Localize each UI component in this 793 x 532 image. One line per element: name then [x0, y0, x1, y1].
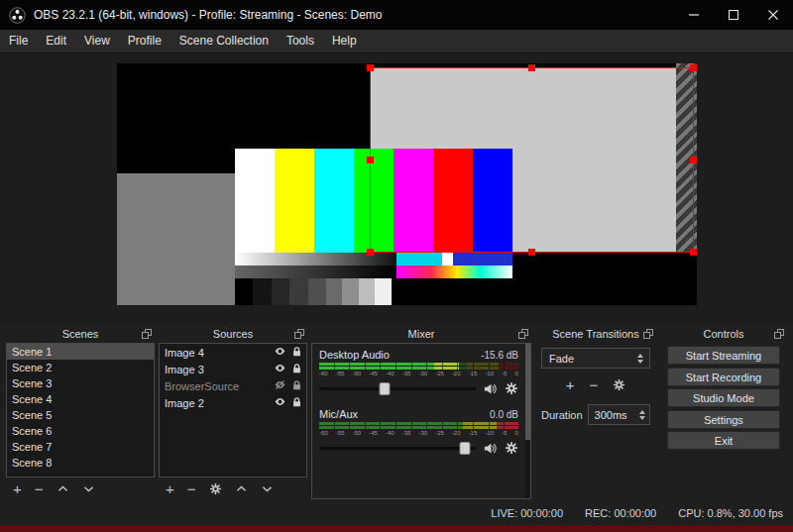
channel-level-db: -15.6 dB [481, 350, 518, 361]
remove-transition-button[interactable]: − [590, 377, 599, 392]
add-source-button[interactable]: + [166, 481, 174, 496]
scene-item[interactable]: Scene 5 [7, 407, 154, 423]
scene-item[interactable]: Scene 1 [7, 344, 154, 360]
selection-handle[interactable] [528, 64, 535, 71]
visibility-eye-off-icon[interactable] [274, 378, 286, 393]
spinbox-arrows-icon[interactable] [635, 410, 649, 420]
add-transition-button[interactable]: + [566, 377, 575, 392]
obs-logo-icon [9, 7, 26, 24]
selection-outline[interactable] [370, 67, 694, 253]
dock-float-icon[interactable] [142, 329, 152, 339]
transitions-panel-title: Scene Transitions [535, 325, 656, 343]
source-item[interactable]: Image 2 [160, 394, 306, 411]
source-name: Image 4 [165, 347, 274, 359]
duration-value[interactable]: 300ms [595, 409, 635, 421]
lock-icon[interactable] [291, 379, 302, 393]
selection-handle[interactable] [367, 157, 374, 163]
source-item[interactable]: Image 4 [160, 344, 306, 361]
speaker-icon [483, 381, 498, 396]
menu-scene-collection[interactable]: Scene Collection [170, 30, 278, 53]
window-title: OBS 23.2.1 (64-bit, windows) - Profile: … [34, 8, 382, 22]
lock-icon[interactable] [291, 396, 302, 410]
video-canvas[interactable] [117, 63, 697, 305]
dock-float-icon[interactable] [518, 329, 528, 339]
source-item[interactable]: Image 3 [160, 361, 306, 377]
statusbar: LIVE: 00:00:00 REC: 00:00:00 CPU: 0.8%, … [0, 501, 793, 525]
selection-handle[interactable] [690, 157, 697, 163]
visibility-eye-icon[interactable] [274, 395, 286, 410]
menu-edit[interactable]: Edit [37, 30, 75, 53]
menu-tools[interactable]: Tools [278, 30, 323, 53]
combo-arrows-icon[interactable] [633, 354, 647, 364]
source-name: BrowserSource [165, 380, 274, 392]
controls-panel: Controls Start Streaming Start Recording… [660, 325, 787, 499]
close-button[interactable] [753, 0, 793, 30]
scrollbar-thumb[interactable] [525, 344, 530, 440]
remove-source-button[interactable]: − [187, 481, 196, 496]
add-scene-button[interactable]: + [13, 481, 22, 496]
dock-float-icon[interactable] [774, 329, 784, 339]
volume-slider[interactable] [319, 387, 476, 390]
menu-help[interactable]: Help [323, 30, 366, 53]
source-gray-image[interactable] [117, 173, 235, 305]
remove-scene-button[interactable]: − [35, 481, 44, 496]
maximize-icon [729, 10, 738, 20]
move-scene-down-button[interactable] [82, 482, 95, 495]
lock-icon[interactable] [291, 346, 302, 360]
selection-handle[interactable] [528, 249, 535, 256]
start-streaming-button[interactable]: Start Streaming [667, 346, 780, 365]
channel-level-db: 0.0 dB [490, 409, 518, 420]
studio-mode-button[interactable]: Studio Mode [667, 388, 780, 407]
channel-settings-button[interactable] [505, 381, 518, 395]
minimize-button[interactable] [674, 0, 714, 30]
move-source-up-button[interactable] [235, 482, 248, 495]
mixer-scrollbar[interactable] [525, 344, 530, 498]
selection-handle[interactable] [367, 64, 374, 71]
scene-item[interactable]: Scene 4 [7, 391, 154, 407]
scene-item[interactable]: Scene 6 [7, 423, 154, 439]
sources-panel: Sources Image 4 Image 3 [159, 325, 307, 499]
move-scene-up-button[interactable] [57, 482, 69, 495]
mixer-channel-mic-aux: Mic/Aux 0.0 dB -60-55-50-45-40-35-30-25-… [319, 408, 518, 458]
speaker-mute-button[interactable] [483, 381, 498, 396]
dock-float-icon[interactable] [294, 329, 304, 339]
transition-select[interactable]: Fade [541, 348, 650, 369]
maximize-button[interactable] [714, 0, 753, 30]
selection-handle[interactable] [367, 249, 374, 256]
volume-slider-handle[interactable] [380, 382, 391, 395]
start-recording-button[interactable]: Start Recording [667, 368, 780, 386]
scenes-list: Scene 1 Scene 2 Scene 3 Scene 4 Scene 5 … [6, 343, 155, 478]
speaker-mute-button[interactable] [483, 441, 498, 456]
menu-profile[interactable]: Profile [119, 30, 170, 53]
close-icon [768, 10, 778, 20]
transition-toolbar: + − [541, 377, 650, 392]
scene-item[interactable]: Scene 7 [7, 439, 154, 455]
lock-icon[interactable] [291, 363, 302, 376]
scene-item[interactable]: Scene 8 [7, 455, 154, 471]
sources-panel-title: Sources [159, 325, 307, 343]
live-time: LIVE: 00:00:00 [491, 507, 563, 519]
mixer-channel-desktop-audio: Desktop Audio -15.6 dB -60-55-50-45-40-3… [319, 349, 518, 398]
visibility-eye-icon[interactable] [274, 362, 286, 376]
visibility-eye-icon[interactable] [274, 345, 286, 360]
channel-settings-button[interactable] [505, 441, 518, 455]
scene-item[interactable]: Scene 2 [7, 360, 154, 375]
menu-view[interactable]: View [75, 30, 119, 53]
mixer-panel: Mixer Desktop Audio -15.6 dB [311, 325, 531, 499]
selection-handle[interactable] [690, 64, 697, 71]
scene-item[interactable]: Scene 3 [7, 375, 154, 391]
preview-area [0, 53, 793, 323]
transition-properties-button[interactable] [613, 378, 625, 391]
volume-slider-handle[interactable] [459, 442, 470, 455]
volume-slider[interactable] [319, 447, 476, 450]
exit-button[interactable]: Exit [667, 431, 780, 450]
source-properties-button[interactable] [209, 482, 222, 495]
settings-button[interactable]: Settings [667, 410, 780, 429]
menu-file[interactable]: File [0, 30, 37, 53]
dock-float-icon[interactable] [643, 329, 653, 339]
source-item[interactable]: BrowserSource [160, 377, 306, 394]
selection-handle[interactable] [690, 249, 697, 256]
chevron-up-icon [235, 482, 248, 495]
duration-spinbox[interactable]: 300ms [588, 404, 650, 425]
move-source-down-button[interactable] [261, 482, 274, 495]
